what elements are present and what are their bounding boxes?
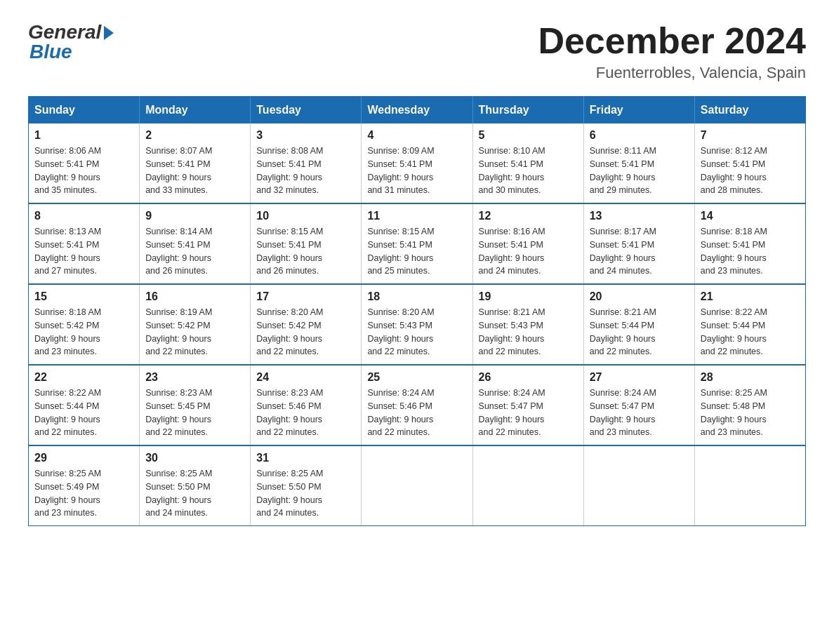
day-number: 9 [145,210,244,222]
day-number: 10 [256,210,355,222]
calendar-cell: 27Sunrise: 8:24 AM Sunset: 5:47 PM Dayli… [583,365,694,445]
day-info: Sunrise: 8:22 AM Sunset: 5:44 PM Dayligh… [701,306,800,358]
day-number: 16 [145,290,244,303]
day-number: 19 [479,290,578,303]
calendar-cell: 26Sunrise: 8:24 AM Sunset: 5:47 PM Dayli… [472,365,583,445]
calendar-cell: 2Sunrise: 8:07 AM Sunset: 5:41 PM Daylig… [140,123,251,203]
calendar-header-friday: Friday [583,97,694,124]
day-number: 7 [701,129,800,142]
calendar-cell: 12Sunrise: 8:16 AM Sunset: 5:41 PM Dayli… [472,203,583,284]
calendar-cell: 23Sunrise: 8:23 AM Sunset: 5:45 PM Dayli… [140,365,251,445]
day-info: Sunrise: 8:17 AM Sunset: 5:41 PM Dayligh… [590,225,689,278]
day-info: Sunrise: 8:24 AM Sunset: 5:47 PM Dayligh… [479,387,578,439]
calendar-week-row: 15Sunrise: 8:18 AM Sunset: 5:42 PM Dayli… [29,284,806,365]
calendar-cell: 5Sunrise: 8:10 AM Sunset: 5:41 PM Daylig… [472,123,583,203]
title-block: December 2024 Fuenterrobles, Valencia, S… [538,21,806,82]
day-info: Sunrise: 8:16 AM Sunset: 5:41 PM Dayligh… [479,225,578,278]
day-info: Sunrise: 8:14 AM Sunset: 5:41 PM Dayligh… [145,225,244,278]
day-info: Sunrise: 8:25 AM Sunset: 5:50 PM Dayligh… [145,467,244,520]
day-number: 5 [479,129,578,142]
day-number: 15 [34,290,133,303]
day-number: 17 [256,290,355,303]
day-info: Sunrise: 8:07 AM Sunset: 5:41 PM Dayligh… [145,145,244,197]
calendar-cell: 13Sunrise: 8:17 AM Sunset: 5:41 PM Dayli… [583,203,694,284]
day-info: Sunrise: 8:15 AM Sunset: 5:41 PM Dayligh… [256,225,355,278]
calendar-cell: 22Sunrise: 8:22 AM Sunset: 5:44 PM Dayli… [29,365,140,445]
calendar-week-row: 22Sunrise: 8:22 AM Sunset: 5:44 PM Dayli… [29,365,806,445]
day-number: 25 [367,371,466,384]
day-info: Sunrise: 8:23 AM Sunset: 5:45 PM Dayligh… [145,387,244,439]
day-info: Sunrise: 8:20 AM Sunset: 5:43 PM Dayligh… [367,306,466,358]
day-info: Sunrise: 8:09 AM Sunset: 5:41 PM Dayligh… [367,145,466,197]
calendar-cell: 30Sunrise: 8:25 AM Sunset: 5:50 PM Dayli… [140,445,251,526]
calendar-header-sunday: Sunday [29,97,140,124]
day-number: 18 [367,290,466,303]
day-info: Sunrise: 8:19 AM Sunset: 5:42 PM Dayligh… [145,306,244,358]
day-number: 13 [590,210,689,222]
day-number: 8 [34,210,133,222]
day-number: 27 [590,371,689,384]
day-info: Sunrise: 8:25 AM Sunset: 5:50 PM Dayligh… [256,467,355,520]
day-number: 30 [145,452,244,464]
calendar-cell: 21Sunrise: 8:22 AM Sunset: 5:44 PM Dayli… [694,284,805,365]
calendar-cell: 7Sunrise: 8:12 AM Sunset: 5:41 PM Daylig… [694,123,805,203]
calendar-cell: 11Sunrise: 8:15 AM Sunset: 5:41 PM Dayli… [362,203,472,284]
calendar-cell: 1Sunrise: 8:06 AM Sunset: 5:41 PM Daylig… [29,123,140,203]
calendar-cell [583,445,694,526]
day-number: 14 [701,210,800,222]
calendar-cell: 4Sunrise: 8:09 AM Sunset: 5:41 PM Daylig… [362,123,472,203]
day-number: 23 [145,371,244,384]
day-number: 31 [256,452,355,464]
day-info: Sunrise: 8:23 AM Sunset: 5:46 PM Dayligh… [256,387,355,439]
day-info: Sunrise: 8:08 AM Sunset: 5:41 PM Dayligh… [256,145,355,197]
day-info: Sunrise: 8:22 AM Sunset: 5:44 PM Dayligh… [34,387,133,439]
calendar-cell: 14Sunrise: 8:18 AM Sunset: 5:41 PM Dayli… [694,203,805,284]
day-info: Sunrise: 8:12 AM Sunset: 5:41 PM Dayligh… [701,145,800,197]
day-info: Sunrise: 8:21 AM Sunset: 5:43 PM Dayligh… [479,306,578,358]
calendar-cell: 24Sunrise: 8:23 AM Sunset: 5:46 PM Dayli… [251,365,362,445]
day-number: 21 [701,290,800,303]
calendar-cell [694,445,805,526]
day-info: Sunrise: 8:18 AM Sunset: 5:41 PM Dayligh… [701,225,800,278]
logo: General Blue [28,21,114,63]
calendar-header-monday: Monday [140,97,251,124]
logo-blue-text: Blue [28,41,72,63]
calendar-cell [472,445,583,526]
calendar-table: SundayMondayTuesdayWednesdayThursdayFrid… [28,96,806,526]
calendar-cell: 31Sunrise: 8:25 AM Sunset: 5:50 PM Dayli… [251,445,362,526]
day-number: 20 [590,290,689,303]
calendar-header-tuesday: Tuesday [251,97,362,124]
calendar-header-row: SundayMondayTuesdayWednesdayThursdayFrid… [29,97,806,124]
day-number: 28 [701,371,800,384]
day-number: 12 [479,210,578,222]
calendar-cell: 3Sunrise: 8:08 AM Sunset: 5:41 PM Daylig… [251,123,362,203]
calendar-week-row: 8Sunrise: 8:13 AM Sunset: 5:41 PM Daylig… [29,203,806,284]
calendar-cell: 20Sunrise: 8:21 AM Sunset: 5:44 PM Dayli… [583,284,694,365]
month-title: December 2024 [538,21,806,61]
day-info: Sunrise: 8:15 AM Sunset: 5:41 PM Dayligh… [367,225,466,278]
calendar-week-row: 29Sunrise: 8:25 AM Sunset: 5:49 PM Dayli… [29,445,806,526]
calendar-cell: 8Sunrise: 8:13 AM Sunset: 5:41 PM Daylig… [29,203,140,284]
day-number: 6 [590,129,689,142]
calendar-cell: 29Sunrise: 8:25 AM Sunset: 5:49 PM Dayli… [29,445,140,526]
day-info: Sunrise: 8:25 AM Sunset: 5:48 PM Dayligh… [701,387,800,439]
calendar-cell: 10Sunrise: 8:15 AM Sunset: 5:41 PM Dayli… [251,203,362,284]
calendar-week-row: 1Sunrise: 8:06 AM Sunset: 5:41 PM Daylig… [29,123,806,203]
day-info: Sunrise: 8:24 AM Sunset: 5:46 PM Dayligh… [367,387,466,439]
day-info: Sunrise: 8:25 AM Sunset: 5:49 PM Dayligh… [34,467,133,520]
day-number: 11 [367,210,466,222]
day-info: Sunrise: 8:18 AM Sunset: 5:42 PM Dayligh… [34,306,133,358]
day-number: 4 [367,129,466,142]
page-header: General Blue December 2024 Fuenterrobles… [28,21,806,82]
calendar-cell: 6Sunrise: 8:11 AM Sunset: 5:41 PM Daylig… [583,123,694,203]
day-info: Sunrise: 8:11 AM Sunset: 5:41 PM Dayligh… [590,145,689,197]
day-number: 2 [145,129,244,142]
day-info: Sunrise: 8:10 AM Sunset: 5:41 PM Dayligh… [479,145,578,197]
day-info: Sunrise: 8:20 AM Sunset: 5:42 PM Dayligh… [256,306,355,358]
day-number: 22 [34,371,133,384]
calendar-cell: 28Sunrise: 8:25 AM Sunset: 5:48 PM Dayli… [694,365,805,445]
day-number: 1 [34,129,133,142]
calendar-cell: 19Sunrise: 8:21 AM Sunset: 5:43 PM Dayli… [472,284,583,365]
day-info: Sunrise: 8:06 AM Sunset: 5:41 PM Dayligh… [34,145,133,197]
day-number: 26 [479,371,578,384]
